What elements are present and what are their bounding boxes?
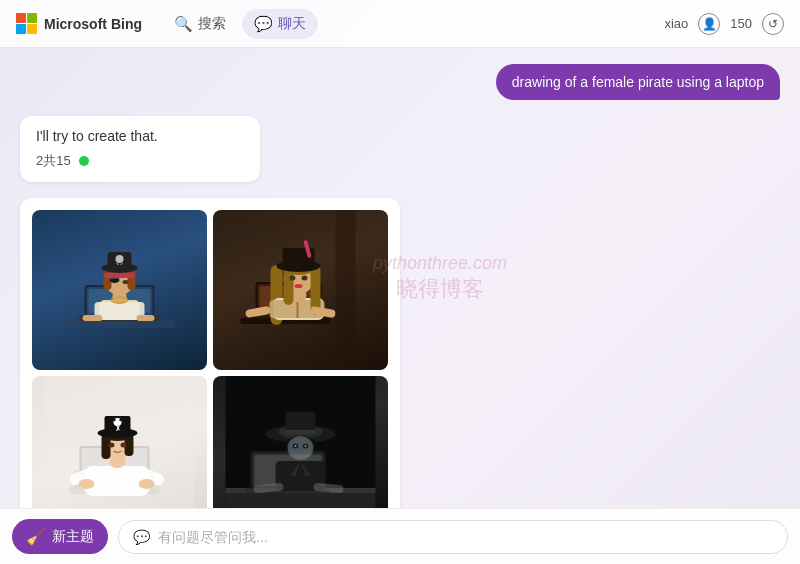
- username-label: xiao: [664, 16, 688, 31]
- chat-area: drawing of a female pirate using a lapto…: [0, 48, 800, 508]
- logo-area: Microsoft Bing: [16, 13, 142, 35]
- chat-icon: 💬: [254, 15, 273, 33]
- svg-rect-22: [137, 315, 155, 321]
- progress-text: 2共15: [36, 152, 71, 170]
- assistant-reply-text: I'll try to create that.: [36, 128, 158, 144]
- user-message: drawing of a female pirate using a lapto…: [20, 64, 780, 100]
- svg-point-44: [295, 284, 303, 288]
- image-grid-container: [20, 198, 400, 508]
- header: Microsoft Bing 🔍 搜索 💬 聊天 xiao 👤 150 ↺: [0, 0, 800, 48]
- assistant-bubble: I'll try to create that. 2共15: [20, 116, 260, 182]
- generated-image-3[interactable]: [32, 376, 207, 508]
- generated-image-4[interactable]: [213, 376, 388, 508]
- generated-image-2[interactable]: [213, 210, 388, 370]
- bing-logo-icon: [16, 13, 38, 35]
- nav-chat[interactable]: 💬 聊天: [242, 9, 318, 39]
- user-icon[interactable]: 👤: [698, 13, 720, 35]
- generated-image-1[interactable]: [32, 210, 207, 370]
- svg-point-19: [123, 280, 129, 284]
- user-bubble: drawing of a female pirate using a lapto…: [496, 64, 780, 100]
- input-bar: 🧹 新主题 💬: [0, 508, 800, 564]
- image-grid: [32, 210, 388, 508]
- broom-icon: 🧹: [26, 527, 46, 546]
- token-count: 150: [730, 16, 752, 31]
- svg-rect-20: [105, 273, 135, 278]
- nav-search[interactable]: 🔍 搜索: [162, 9, 238, 39]
- new-topic-button[interactable]: 🧹 新主题: [12, 519, 108, 554]
- chat-input[interactable]: [158, 529, 773, 545]
- svg-point-65: [119, 419, 121, 421]
- input-chat-icon: 💬: [133, 529, 150, 545]
- svg-rect-0: [65, 320, 175, 328]
- svg-rect-73: [226, 491, 376, 508]
- svg-point-68: [109, 443, 115, 448]
- nav-chat-label: 聊天: [278, 15, 306, 33]
- svg-point-64: [113, 419, 115, 421]
- status-dot: [79, 156, 89, 166]
- nav-search-label: 搜索: [198, 15, 226, 33]
- header-right: xiao 👤 150 ↺: [664, 13, 784, 35]
- svg-point-94: [289, 437, 313, 459]
- svg-point-71: [139, 479, 155, 489]
- user-message-text: drawing of a female pirate using a lapto…: [512, 74, 764, 90]
- new-topic-label: 新主题: [52, 528, 94, 546]
- svg-rect-53: [85, 466, 150, 496]
- svg-rect-21: [83, 315, 103, 321]
- refresh-button[interactable]: ↺: [762, 13, 784, 35]
- search-icon: 🔍: [174, 15, 193, 33]
- svg-point-70: [79, 479, 95, 489]
- progress-line: 2共15: [36, 152, 244, 170]
- svg-rect-82: [286, 430, 316, 434]
- logo-text: Microsoft Bing: [44, 16, 142, 32]
- input-wrapper: 💬: [118, 520, 788, 554]
- svg-rect-24: [336, 210, 356, 370]
- svg-point-42: [290, 276, 296, 281]
- svg-point-14: [116, 255, 124, 263]
- svg-point-43: [302, 276, 308, 281]
- svg-point-69: [121, 443, 127, 448]
- assistant-message: I'll try to create that. 2共15: [20, 116, 780, 182]
- nav-items: 🔍 搜索 💬 聊天: [162, 9, 652, 39]
